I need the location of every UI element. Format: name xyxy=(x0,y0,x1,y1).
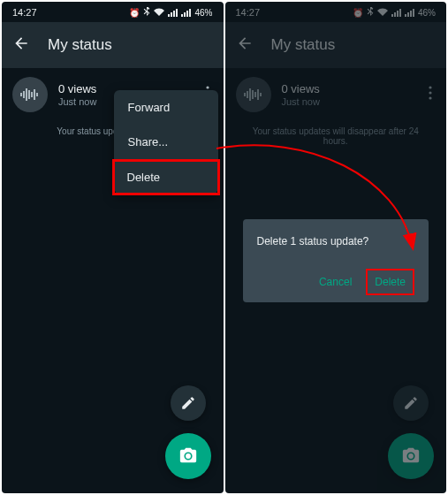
audio-waveform-icon xyxy=(20,88,40,101)
confirm-dialog: Delete 1 status update? Cancel Delete xyxy=(243,219,429,302)
svg-rect-4 xyxy=(31,92,33,97)
svg-rect-3 xyxy=(28,90,30,99)
pencil-icon xyxy=(180,395,196,411)
clock: 14:27 xyxy=(12,7,37,18)
dialog-actions: Cancel Delete xyxy=(257,269,415,295)
status-thumbnail xyxy=(12,77,48,112)
svg-rect-2 xyxy=(26,88,27,101)
svg-point-7 xyxy=(206,86,209,88)
battery-percent: 46% xyxy=(194,8,212,18)
alarm-icon: ⏰ xyxy=(129,8,140,18)
back-icon[interactable] xyxy=(12,34,30,56)
dialog-message: Delete 1 status update? xyxy=(257,235,415,248)
svg-rect-1 xyxy=(23,91,25,98)
phone-right: 14:27 ⏰ 46% My status 0 views Jus xyxy=(225,2,447,493)
camera-icon xyxy=(178,446,198,466)
signal-icon-2 xyxy=(181,9,191,17)
wifi-icon xyxy=(154,8,164,18)
overflow-menu: Forward Share... Delete xyxy=(114,90,218,194)
fab-group xyxy=(165,385,211,479)
cancel-button[interactable]: Cancel xyxy=(310,269,361,295)
menu-item-delete[interactable]: Delete xyxy=(112,159,220,195)
status-bar: 14:27 ⏰ 46% xyxy=(2,2,224,23)
phone-left: 14:27 ⏰ 46% My status 0 views Jus xyxy=(2,2,224,493)
status-icons: ⏰ 46% xyxy=(129,7,212,18)
svg-rect-6 xyxy=(36,93,38,96)
fab-text-status[interactable] xyxy=(171,385,206,421)
bluetooth-icon xyxy=(143,7,150,18)
svg-rect-0 xyxy=(20,93,22,96)
app-bar: My status xyxy=(2,22,224,68)
menu-item-share[interactable]: Share... xyxy=(114,125,218,159)
fab-camera-status[interactable] xyxy=(165,433,211,479)
delete-button[interactable]: Delete xyxy=(366,269,414,295)
menu-item-forward[interactable]: Forward xyxy=(114,90,218,125)
page-title: My status xyxy=(48,36,112,54)
svg-rect-5 xyxy=(34,89,35,100)
dialog-backdrop: Delete 1 status update? Cancel Delete xyxy=(225,2,447,493)
signal-icon xyxy=(168,9,178,17)
